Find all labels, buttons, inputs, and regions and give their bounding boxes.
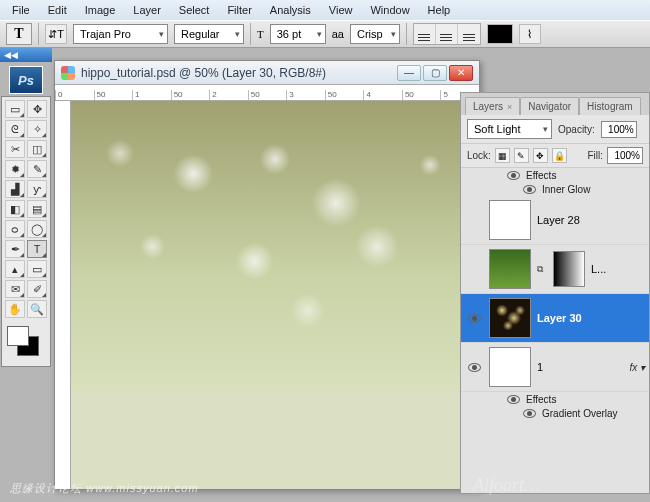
foreground-color-swatch[interactable] [7, 326, 29, 346]
lock-position-icon[interactable]: ✥ [533, 148, 548, 163]
magic-wand-tool[interactable]: ✧ [27, 120, 47, 138]
tab-histogram[interactable]: Histogram [579, 97, 641, 115]
fill-input[interactable]: 100% [607, 147, 643, 164]
layer-name[interactable]: Layer 28 [537, 214, 645, 226]
tab-layers[interactable]: Layers× [465, 97, 520, 115]
align-center-button[interactable] [436, 24, 458, 44]
eraser-tool[interactable]: ◧ [5, 200, 25, 218]
layer-name[interactable]: Layer 30 [537, 312, 645, 324]
menu-filter[interactable]: Filter [219, 2, 259, 18]
visibility-toggle[interactable] [465, 363, 483, 372]
healing-brush-tool[interactable]: ✹ [5, 160, 25, 178]
path-select-tool[interactable]: ▴ [5, 260, 25, 278]
ruler-mark: 50 [171, 90, 210, 100]
layer-row[interactable]: Layer 30 [461, 294, 649, 343]
gradient-tool[interactable]: ▤ [27, 200, 47, 218]
layer-thumbnail[interactable] [489, 249, 531, 289]
marquee-tool[interactable]: ▭ [5, 100, 25, 118]
menu-view[interactable]: View [321, 2, 361, 18]
crop-tool[interactable]: ✂ [5, 140, 25, 158]
layer-thumbnail[interactable] [489, 347, 531, 387]
font-family-dropdown[interactable]: Trajan Pro [73, 24, 168, 44]
effect-item[interactable]: Gradient Overlay [461, 407, 649, 420]
type-tool[interactable]: T [27, 240, 47, 258]
active-tool-icon[interactable]: T [6, 23, 32, 45]
effect-item[interactable]: Inner Glow [461, 183, 649, 196]
text-orientation-toggle[interactable]: ⇵T [45, 24, 67, 44]
brush-tool[interactable]: ✎ [27, 160, 47, 178]
layer-row[interactable]: 1 fx ▾ [461, 343, 649, 392]
eyedropper-tool[interactable]: ✐ [27, 280, 47, 298]
menu-file[interactable]: File [4, 2, 38, 18]
effect-name: Inner Glow [542, 184, 590, 195]
notes-tool[interactable]: ✉ [5, 280, 25, 298]
lasso-tool[interactable]: ᘓ [5, 120, 25, 138]
effects-row[interactable]: Effects [461, 168, 649, 183]
pen-tool[interactable]: ✒ [5, 240, 25, 258]
shape-tool[interactable]: ▭ [27, 260, 47, 278]
vertical-ruler[interactable] [55, 101, 71, 489]
horizontal-ruler[interactable]: 0 50 1 50 2 50 3 50 4 50 5 [55, 85, 479, 101]
visibility-toggle[interactable] [465, 314, 483, 323]
eye-icon[interactable] [523, 409, 536, 418]
zoom-tool[interactable]: 🔍 [27, 300, 47, 318]
close-button[interactable]: ✕ [449, 65, 473, 81]
effects-row[interactable]: Effects [461, 392, 649, 407]
hand-tool[interactable]: ✋ [5, 300, 25, 318]
link-icon: ⧉ [537, 264, 547, 274]
ruler-mark: 1 [132, 90, 171, 100]
warp-text-button[interactable]: ⌇ [519, 24, 541, 44]
align-left-button[interactable] [414, 24, 436, 44]
eye-icon[interactable] [507, 171, 520, 180]
text-color-swatch[interactable] [487, 24, 513, 44]
layer-thumbnail[interactable] [489, 200, 531, 240]
blend-mode-dropdown[interactable]: Soft Light [467, 119, 552, 139]
toolbox: ◀◀ Ps ▭✥ ᘓ✧ ✂◫ ✹✎ ▟ƴ ◧▤ ᴑ◯ ✒T ▴▭ ✉✐ ✋🔍 [0, 48, 52, 367]
toolbox-grip[interactable]: ◀◀ [0, 48, 52, 62]
menu-layer[interactable]: Layer [125, 2, 169, 18]
fx-badge[interactable]: fx ▾ [629, 362, 645, 373]
menu-analysis[interactable]: Analysis [262, 2, 319, 18]
close-icon[interactable]: × [507, 102, 512, 112]
align-right-button[interactable] [458, 24, 480, 44]
clone-stamp-tool[interactable]: ▟ [5, 180, 25, 198]
eye-icon[interactable] [507, 395, 520, 404]
dodge-tool[interactable]: ◯ [27, 220, 47, 238]
tab-navigator[interactable]: Navigator [520, 97, 579, 115]
color-swatches[interactable] [5, 324, 43, 360]
layer-mask-thumbnail[interactable] [553, 251, 585, 287]
watermark: Alfoart… [473, 475, 540, 496]
opacity-label: Opacity: [558, 124, 595, 135]
menu-help[interactable]: Help [420, 2, 459, 18]
text-align-group [413, 23, 481, 45]
antialias-dropdown[interactable]: Crisp [350, 24, 400, 44]
blur-tool[interactable]: ᴑ [5, 220, 25, 238]
watermark: 思缘设计论坛 www.missyuan.com [10, 481, 199, 496]
effects-label: Effects [526, 394, 556, 405]
layer-row[interactable]: Layer 28 [461, 196, 649, 245]
lock-pixels-icon[interactable]: ✎ [514, 148, 529, 163]
move-tool[interactable]: ✥ [27, 100, 47, 118]
menu-select[interactable]: Select [171, 2, 218, 18]
slice-tool[interactable]: ◫ [27, 140, 47, 158]
layer-thumbnail[interactable] [489, 298, 531, 338]
layer-row[interactable]: ⧉ L... [461, 245, 649, 294]
history-brush-tool[interactable]: ƴ [27, 180, 47, 198]
canvas[interactable] [71, 101, 479, 489]
layer-name[interactable]: 1 [537, 361, 623, 373]
menu-edit[interactable]: Edit [40, 2, 75, 18]
lock-all-icon[interactable]: 🔒 [552, 148, 567, 163]
layer-name[interactable]: L... [591, 263, 645, 275]
divider [38, 23, 39, 45]
menu-window[interactable]: Window [362, 2, 417, 18]
font-style-dropdown[interactable]: Regular [174, 24, 244, 44]
eye-icon[interactable] [523, 185, 536, 194]
font-size-dropdown[interactable]: 36 pt [270, 24, 326, 44]
minimize-button[interactable]: — [397, 65, 421, 81]
opacity-input[interactable]: 100% [601, 121, 637, 138]
menu-image[interactable]: Image [77, 2, 124, 18]
lock-transparent-icon[interactable]: ▦ [495, 148, 510, 163]
document-titlebar[interactable]: hippo_tutorial.psd @ 50% (Layer 30, RGB/… [55, 61, 479, 85]
maximize-button[interactable]: ▢ [423, 65, 447, 81]
font-size-icon: T [257, 28, 264, 40]
